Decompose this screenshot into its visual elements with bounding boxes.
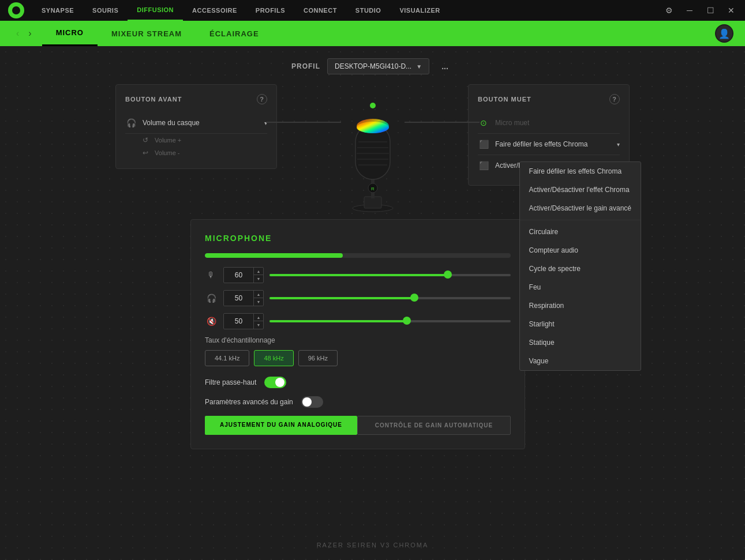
headphones-volume-row: 🎧 50 ▲ ▼: [205, 290, 511, 306]
nav-studio[interactable]: STUDIO: [346, 0, 391, 21]
mic-volume-icon: 🎙: [205, 269, 218, 281]
headphones-vol-up[interactable]: ▲: [254, 291, 263, 298]
right-connector-line: [405, 122, 480, 123]
headphone-arrow-icon: ▾: [264, 120, 267, 126]
window-controls: ⚙ ─ ☐ ✕: [661, 2, 739, 18]
left-connector-line: [266, 122, 341, 123]
nav-profils[interactable]: PROFILS: [246, 0, 294, 21]
mic-volume-slider[interactable]: [269, 273, 511, 277]
dropdown-divider: [520, 220, 641, 220]
gain-buttons: AJUSTEMENT DU GAIN ANALOGIQUE CONTRÔLE D…: [205, 416, 511, 435]
nav-visualizer[interactable]: VISUALIZER: [390, 0, 449, 21]
headphones-vol-down[interactable]: ▼: [254, 298, 263, 306]
profile-value: DESKTOP-M5GI410-D...: [335, 62, 411, 70]
filter-label: Filtre passe-haut: [205, 378, 256, 386]
minimize-button[interactable]: ─: [682, 2, 698, 18]
volume-minus-label: Volume -: [155, 149, 179, 156]
card-row-headphone: 🎧 Volume du casque ▾: [125, 112, 267, 134]
mute-slider-fill: [269, 320, 407, 322]
dropdown-item-scroll[interactable]: Faire défiler les effets Chroma: [520, 162, 641, 181]
profile-more-button[interactable]: ...: [436, 58, 454, 75]
logo: [6, 0, 27, 21]
volume-plus-label: Volume +: [155, 137, 181, 144]
dropdown-item-circulaire[interactable]: Circulaire: [520, 223, 641, 241]
dropdown-item-statique[interactable]: Statique: [520, 333, 641, 352]
mic-vol-up[interactable]: ▲: [254, 268, 263, 275]
microphone-panel-title: MICROPHONE: [205, 234, 511, 243]
profile-bar: PROFIL DESKTOP-M5GI410-D... ▼ ...: [0, 46, 745, 84]
dropdown-item-toggle-chroma[interactable]: Activer/Désactiver l'effet Chroma: [520, 181, 641, 199]
dropdown-item-spectre[interactable]: Cycle de spectre: [520, 260, 641, 278]
nav-souris[interactable]: SOURIS: [83, 0, 128, 21]
svg-rect-5: [357, 119, 389, 133]
advanced-gain-row: Paramètres avancés du gain: [205, 396, 511, 408]
dropdown-item-feu[interactable]: Feu: [520, 278, 641, 296]
scroll-chroma-icon: ⬛: [478, 138, 489, 150]
dot-top: [370, 103, 376, 108]
headphones-volume-value: 50: [224, 294, 253, 302]
headphone-icon: 🎧: [125, 117, 137, 129]
device-name: RAZER SEIREN V3 CHROMA: [317, 542, 429, 548]
headphones-slider-track: [269, 297, 511, 299]
filter-toggle[interactable]: [264, 377, 286, 388]
sample-rate-48[interactable]: 48 kHz: [254, 350, 293, 366]
mic-slider-fill: [269, 274, 448, 276]
main-content: PROFIL DESKTOP-M5GI410-D... ▼ ... BOUTON…: [0, 46, 745, 560]
mute-volume-slider[interactable]: [269, 320, 511, 323]
tab-micro[interactable]: MICRO: [42, 21, 98, 46]
dropdown-item-vague[interactable]: Vague: [520, 352, 641, 370]
volume-minus-row: ↩ Volume -: [125, 146, 267, 159]
maximize-button[interactable]: ☐: [702, 2, 718, 18]
mute-slider-thumb[interactable]: [403, 317, 411, 325]
advanced-gain-toggle[interactable]: [301, 396, 323, 408]
mic-volume-input[interactable]: 60 ▲ ▼: [223, 267, 264, 283]
headphones-slider-thumb[interactable]: [410, 294, 418, 302]
bouton-avant-help[interactable]: ?: [257, 94, 267, 104]
dropdown-item-respiration[interactable]: Respiration: [520, 296, 641, 315]
mute-vol-down[interactable]: ▼: [254, 321, 263, 329]
mute-label: Micro muet: [495, 119, 620, 127]
user-avatar[interactable]: 👤: [715, 24, 733, 43]
sample-rate-buttons: 44.1 kHz 48 kHz 96 kHz: [205, 350, 511, 366]
card-row-scroll-chroma[interactable]: ⬛ Faire défiler les effets Chroma ▾: [478, 134, 620, 155]
nav-synapse[interactable]: SYNAPSE: [32, 0, 83, 21]
settings-icon[interactable]: ⚙: [661, 2, 677, 18]
headphones-volume-icon: 🎧: [205, 292, 218, 305]
mic-vol-down[interactable]: ▼: [254, 275, 263, 283]
bouton-muet-title: BOUTON MUET ?: [478, 94, 620, 104]
mute-vol-up[interactable]: ▲: [254, 314, 263, 321]
sample-rate-96[interactable]: 96 kHz: [298, 350, 338, 366]
nav-connect[interactable]: CONNECT: [294, 0, 346, 21]
headphones-volume-slider[interactable]: [269, 296, 511, 300]
nav-forward-arrow[interactable]: ›: [24, 28, 36, 39]
nav-accessoire[interactable]: ACCESSOIRE: [183, 0, 246, 21]
refresh-icon: ↺: [143, 136, 148, 144]
headphones-volume-input[interactable]: 50 ▲ ▼: [223, 290, 264, 306]
nav-diffusion[interactable]: DIFFUSION: [128, 0, 183, 21]
second-nav: ‹ › MICRO MIXEUR STREAM ÉCLAIRAGE 👤: [0, 21, 745, 46]
analog-gain-button[interactable]: AJUSTEMENT DU GAIN ANALOGIQUE: [205, 416, 357, 435]
tab-eclairage[interactable]: ÉCLAIRAGE: [196, 21, 273, 46]
razer-logo: [8, 2, 24, 18]
profile-dropdown[interactable]: DESKTOP-M5GI410-D... ▼: [327, 58, 429, 74]
mute-volume-row: 🔇 50 ▲ ▼: [205, 313, 511, 329]
mute-volume-arrows: ▲ ▼: [253, 314, 263, 329]
mic-slider-thumb[interactable]: [444, 270, 452, 279]
tab-mixeur[interactable]: MIXEUR STREAM: [98, 21, 196, 46]
bouton-avant-title: BOUTON AVANT ?: [125, 94, 267, 104]
dropdown-item-toggle-gain[interactable]: Activer/Désactiver le gain avancé: [520, 199, 641, 217]
sample-rate-441[interactable]: 44.1 kHz: [205, 350, 249, 366]
auto-gain-button[interactable]: CONTRÔLE DE GAIN AUTOMATIQUE: [357, 416, 511, 435]
mute-slider-track: [269, 320, 511, 322]
bouton-muet-help[interactable]: ?: [609, 94, 620, 104]
dropdown-item-compteur[interactable]: Compteur audio: [520, 241, 641, 260]
master-volume-bar: [205, 253, 511, 258]
dropdown-item-starlight[interactable]: Starlight: [520, 315, 641, 333]
mute-volume-input[interactable]: 50 ▲ ▼: [223, 313, 264, 329]
nav-back-arrow[interactable]: ‹: [12, 28, 24, 39]
mic-volume-value: 60: [224, 271, 253, 279]
close-button[interactable]: ✕: [723, 2, 739, 18]
scroll-arrow-icon: ▾: [617, 141, 620, 148]
mic-center: R: [341, 107, 405, 216]
mic-volume-row: 🎙 60 ▲ ▼: [205, 267, 511, 283]
